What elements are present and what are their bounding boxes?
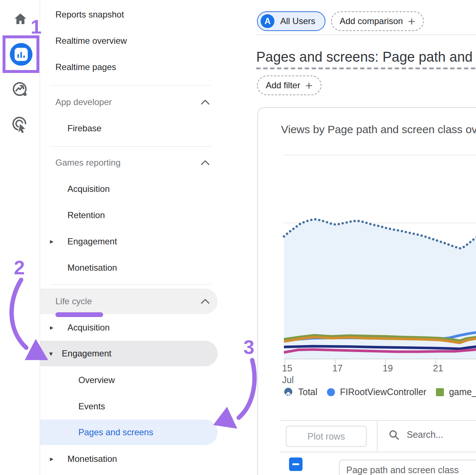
sidebar-item-label: Engagement [62,348,112,359]
green-square-icon [436,388,444,396]
step2-purple-underline [55,312,103,317]
caret-right-icon[interactable]: ▸ [50,238,54,245]
svg-text:Jul: Jul [282,375,294,385]
sidebar-item-games-engagement[interactable]: Engagement [67,235,117,248]
sidebar-item-label: Acquisition [67,184,110,194]
sidebar-item-label: Events [78,401,105,412]
reports-sidebar: Reports snapshot Realtime overview Realt… [40,0,256,475]
all-users-segment-chip[interactable]: A All Users [257,11,325,31]
svg-text:21: 21 [433,363,443,373]
legend-label: Total [298,387,317,397]
sidebar-item-engagement-events[interactable]: Events [78,400,105,413]
section-header-label: Games reporting [55,158,121,168]
chevron-up-icon[interactable] [200,99,210,107]
dimension-header-dropdown[interactable]: Page path and screen class [339,460,476,475]
toolbar-top-divider [280,420,476,421]
caret-down-icon: ▾ [49,350,53,357]
sidebar-item-firebase[interactable]: Firebase [67,122,101,135]
page-title: Pages and screens: Page path and screen … [256,48,476,66]
sidebar-item-label: Acquisition [67,323,110,333]
title-dashed-underline [256,67,476,69]
reports-nav-icon[interactable] [10,43,32,66]
select-all-checkbox-indeterminate[interactable] [289,457,303,471]
step-2-badge: 2 [14,258,25,277]
sidebar-item-games-monetisation[interactable]: Monetisation [67,261,117,274]
section-header-label: Life cycle [55,296,92,306]
add-filter-label: Add filter [266,80,300,90]
add-comparison-label: Add comparison [340,16,403,26]
step-1-badge: 1 [31,17,42,36]
bar-chart-icon [15,48,28,61]
all-users-label: All Users [280,16,315,26]
nav-rail [0,0,40,475]
toolbar-vertical-divider [377,420,378,452]
sidebar-item-lifecycle-acquisition[interactable]: Acquisition [67,321,110,334]
search-input[interactable] [406,429,473,440]
sidebar-item-label: Engagement [67,236,117,247]
caret-right-icon[interactable]: ▸ [50,324,54,331]
sidebar-item-label: Retention [67,210,105,220]
table-top-divider [280,452,476,452]
sidebar-item-realtime-overview[interactable]: Realtime overview [55,34,127,47]
legend-item-total[interactable]: Total [284,387,317,397]
blue-dot-icon [327,388,335,396]
home-icon[interactable] [12,11,28,27]
step-3-badge: 3 [243,337,254,357]
sidebar-item-label: Pages and screens [78,427,153,437]
total-series-icon [284,387,293,397]
legend-label: FIRootViewController [340,387,426,397]
sidebar-divider [50,146,211,147]
sidebar-item-lifecycle-engagement[interactable]: ▾ Engagement [40,341,218,366]
sidebar-item-engagement-overview[interactable]: Overview [78,374,115,387]
section-header-app-developer[interactable]: App developer [55,96,112,109]
add-comparison-button[interactable]: Add comparison + [331,11,424,31]
legend-label: game_board [449,387,476,397]
sidebar-item-label: Realtime overview [55,36,127,46]
search-icon [389,429,399,440]
avatar: A [261,14,274,28]
sidebar-item-label: Firebase [67,123,101,134]
sidebar-item-label: Realtime pages [55,62,116,72]
views-chart-svg[interactable]: 15Jul171921 [258,152,476,387]
sidebar-item-label: Monetisation [67,454,117,464]
caret-right-icon[interactable]: ▸ [50,455,54,462]
sidebar-item-lifecycle-monetisation[interactable]: Monetisation [67,452,117,466]
chevron-up-icon[interactable] [200,298,210,306]
chevron-up-icon[interactable] [200,160,210,167]
explore-icon[interactable] [12,81,28,98]
sidebar-divider [50,284,211,285]
sidebar-item-realtime-pages[interactable]: Realtime pages [55,61,116,74]
plot-rows-label: Plot rows [308,431,345,442]
sidebar-item-games-retention[interactable]: Retention [67,209,105,222]
section-header-label: App developer [55,97,112,107]
sidebar-item-games-acquisition[interactable]: Acquisition [67,182,110,196]
header-divider [256,34,476,35]
dimension-header-label: Page path and screen class [346,465,459,475]
step1-highlight-box [3,35,39,73]
svg-text:19: 19 [383,363,393,373]
sidebar-item-label: Reports snapshot [55,9,124,20]
chart-title: Views by Page path and screen class over… [281,123,476,136]
legend-item-firootviewcontroller[interactable]: FIRootViewController [327,387,426,397]
sidebar-item-reports-snapshot[interactable]: Reports snapshot [55,8,124,21]
sidebar-item-label: Monetisation [67,263,117,273]
advertising-icon[interactable] [12,116,28,133]
sidebar-item-pages-and-screens[interactable]: Pages and screens [40,420,218,445]
minus-icon [292,463,299,465]
add-filter-button[interactable]: Add filter + [257,76,321,95]
section-header-games-reporting[interactable]: Games reporting [55,156,121,169]
svg-text:15: 15 [282,363,292,373]
svg-text:17: 17 [332,363,343,373]
plot-rows-button[interactable]: Plot rows [286,426,367,447]
sidebar-item-label: Overview [78,375,115,385]
legend-item-game-board[interactable]: game_board [436,387,476,397]
report-card: Views by Page path and screen class over… [257,107,476,475]
chart-legend: Total FIRootViewController game_board [284,387,476,397]
section-header-life-cycle[interactable]: Life cycle [40,289,218,314]
sidebar-divider [50,85,211,86]
